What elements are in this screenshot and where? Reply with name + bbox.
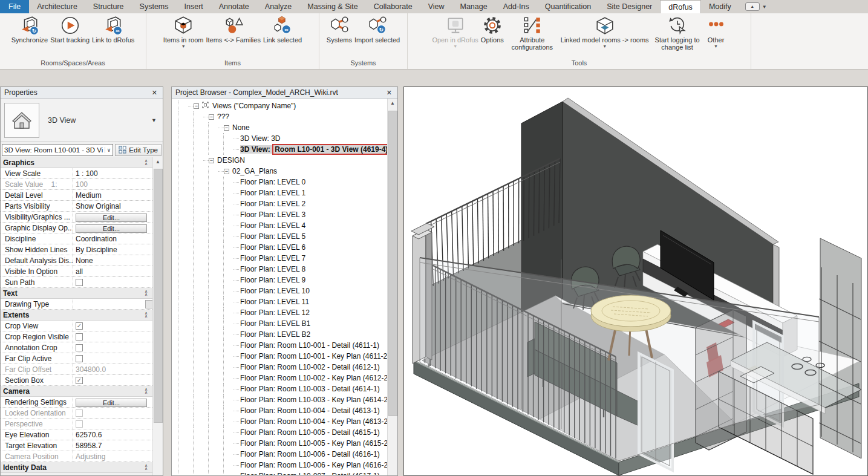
tree-item[interactable]: −None (172, 122, 388, 133)
start-logging-to-change-list-button[interactable]: Start logging to change list (650, 15, 705, 58)
tab-view[interactable]: View (420, 0, 452, 13)
property-value[interactable]: Edit... (73, 397, 154, 407)
tree-item[interactable]: 3D View: 3D (172, 133, 388, 144)
tree-item[interactable]: Floor Plan: Room L10-003 - Detail (4614-… (172, 383, 388, 394)
tree-item[interactable]: −02_GA_Plans (172, 166, 388, 177)
tree-item[interactable]: Floor Plan: LEVEL 1 (172, 187, 388, 198)
attribute-configurations-button[interactable]: Attribute configurations (505, 15, 560, 58)
tree-item[interactable]: Floor Plan: Room L10-004 - Detail (4613-… (172, 405, 388, 416)
section-header[interactable]: Camera∧∧ (1, 386, 154, 397)
checkbox[interactable]: ✓ (76, 377, 83, 384)
linked-model-rooms-rooms-button[interactable]: Linked model rooms -> rooms▼ (560, 15, 650, 58)
property-value[interactable]: Show Original (73, 201, 154, 211)
property-value[interactable]: Edit... (73, 212, 154, 222)
tree-item[interactable]: Floor Plan: LEVEL B1 (172, 318, 388, 329)
collapse-section-icon[interactable]: ∧∧ (145, 160, 151, 165)
tab-manage[interactable]: Manage (452, 0, 495, 13)
property-value[interactable]: 1 : 100 (73, 168, 154, 178)
tab-architecture[interactable]: Architecture (29, 0, 85, 13)
collapse-section-icon[interactable]: ∧∧ (145, 312, 151, 318)
property-value[interactable]: Medium (73, 190, 154, 200)
section-header[interactable]: Text∧∧ (1, 288, 154, 299)
other-button[interactable]: Other▼ (705, 15, 728, 58)
tree-item[interactable]: Floor Plan: Room L10-005 - Detail (4615-… (172, 427, 388, 438)
start-tracking-button[interactable]: Start tracking (49, 15, 91, 58)
scroll-up-icon[interactable]: ▲ (388, 99, 397, 109)
property-value[interactable] (73, 299, 154, 309)
properties-title-bar[interactable]: Properties ✕ (1, 87, 163, 99)
section-header[interactable]: Graphics∧∧ (1, 157, 154, 168)
property-value[interactable]: 100 (73, 179, 154, 189)
tree-item[interactable]: Floor Plan: LEVEL 9 (172, 275, 388, 285)
tab-structure[interactable]: Structure (85, 0, 132, 13)
tree-item[interactable]: Floor Plan: LEVEL 3 (172, 209, 388, 220)
property-value[interactable]: None (73, 255, 154, 266)
tree-item[interactable]: Floor Plan: Room L10-004 - Key Plan (461… (172, 416, 388, 427)
tree-item[interactable]: Floor Plan: LEVEL B2 (172, 329, 388, 340)
tab-annotate[interactable]: Annotate (211, 0, 257, 13)
3d-view-canvas[interactable] (403, 86, 868, 476)
link-to-drofus-button[interactable]: ∞Link to dRofus (91, 15, 135, 58)
tab-systems[interactable]: Systems (132, 0, 177, 13)
tab-quantification[interactable]: Quantification (537, 0, 599, 13)
items-in-room-button[interactable]: Items in room▼ (162, 15, 205, 58)
tree-item[interactable]: Floor Plan: LEVEL 4 (172, 220, 388, 231)
edit-type-button[interactable]: Edit Type (115, 144, 162, 156)
tree-item[interactable]: Floor Plan: Room L10-005 - Key Plan (461… (172, 438, 388, 449)
tree-item[interactable]: Floor Plan: LEVEL 7 (172, 253, 388, 264)
property-value[interactable] (73, 331, 154, 342)
property-value[interactable]: ✓ (73, 321, 154, 331)
tree-item[interactable]: Floor Plan: LEVEL 8 (172, 264, 388, 275)
project-browser-scrollbar[interactable]: ▲ (387, 99, 397, 475)
property-value[interactable]: Edit... (73, 223, 154, 233)
checkbox[interactable] (76, 355, 83, 362)
checkbox[interactable]: ✓ (76, 322, 83, 330)
link-selected-button[interactable]: ∞Link selected (262, 15, 303, 58)
tree-item[interactable]: Floor Plan: Room L10-007 - Detail (4617-… (172, 471, 388, 475)
tree-item[interactable]: Floor Plan: Room L10-001 - Key Plan (461… (172, 351, 388, 362)
chevron-down-icon[interactable]: ▼ (151, 117, 159, 123)
tree-item[interactable]: Floor Plan: Room L10-001 - Detail (4611-… (172, 340, 388, 351)
tab-massing-site[interactable]: Massing & Site (299, 0, 365, 13)
tree-item[interactable]: Floor Plan: LEVEL 0 (172, 177, 388, 187)
tab-collaborate[interactable]: Collaborate (366, 0, 420, 13)
tree-item[interactable]: Floor Plan: Room L10-002 - Key Plan (461… (172, 373, 388, 383)
property-value[interactable]: 58958.7 (73, 440, 154, 451)
checkbox[interactable] (76, 409, 83, 417)
tab-file[interactable]: File (0, 0, 29, 13)
checkbox[interactable] (76, 344, 83, 351)
scroll-up-icon[interactable]: ▲ (153, 157, 163, 168)
tree-item[interactable]: Floor Plan: LEVEL 6 (172, 242, 388, 253)
tree-item[interactable]: Floor Plan: LEVEL 2 (172, 198, 388, 209)
collapse-node-icon[interactable]: − (194, 103, 199, 109)
tab-site-designer[interactable]: Site Designer (599, 0, 660, 13)
import-selected-button[interactable]: ↻Import selected (353, 15, 401, 58)
collapse-node-icon[interactable]: − (209, 114, 214, 120)
close-icon[interactable]: ✕ (385, 89, 394, 97)
tree-item[interactable]: −Views ("Company Name") (172, 100, 388, 111)
section-header[interactable]: Identity Data∧∧ (1, 462, 154, 473)
tree-item[interactable]: Floor Plan: LEVEL 10 (172, 285, 388, 296)
property-value[interactable]: all (73, 266, 154, 276)
property-value[interactable]: By Discipline (73, 244, 154, 255)
ribbon-collapse-button[interactable]: ▲▼ (745, 0, 767, 13)
tree-item[interactable]: −DESIGN (172, 155, 388, 166)
property-value[interactable] (73, 353, 154, 364)
tab-drofus[interactable]: dRofus (660, 0, 701, 13)
options-button[interactable]: Options (480, 15, 505, 58)
checkbox[interactable] (76, 420, 83, 428)
systems-button[interactable]: Systems (325, 15, 353, 58)
property-value[interactable]: 304800.0 (73, 364, 154, 374)
close-icon[interactable]: ✕ (150, 89, 159, 97)
property-value[interactable] (73, 277, 154, 287)
tree-item[interactable]: Floor Plan: Room L10-003 - Key Plan (461… (172, 394, 388, 405)
tab-insert[interactable]: Insert (177, 0, 211, 13)
property-value[interactable] (73, 342, 154, 353)
tree-item[interactable]: Floor Plan: Room L10-006 - Detail (4616-… (172, 449, 388, 460)
property-value[interactable]: 62570.6 (73, 429, 154, 440)
project-browser-title-bar[interactable]: Project Browser - Complex_Model_ARCH_Wik… (172, 87, 397, 99)
tree-item[interactable]: −??? (172, 111, 388, 122)
tree-item[interactable]: 3D View: Room L10-001 - 3D View (4619-4) (172, 144, 388, 155)
collapse-section-icon[interactable]: ∧∧ (145, 465, 151, 470)
checkbox[interactable] (76, 333, 83, 341)
